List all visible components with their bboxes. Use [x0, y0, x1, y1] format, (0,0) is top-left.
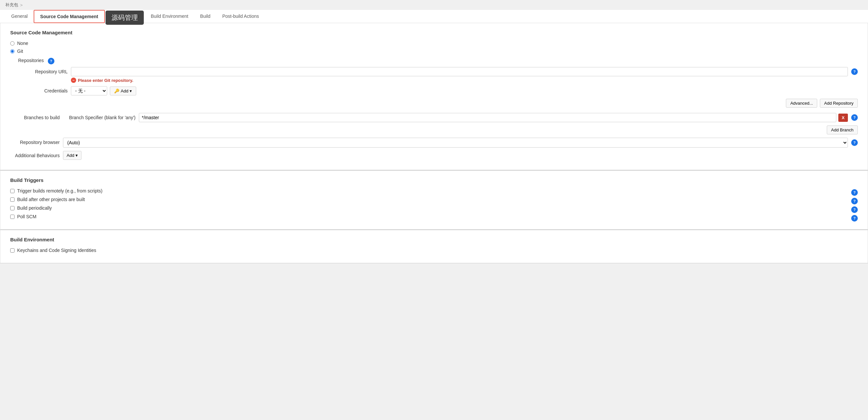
- repo-url-row: Repository URL ? − Please enter Git repo…: [18, 67, 858, 83]
- credentials-controls: - 无 - 🔑 Add ▾: [71, 86, 136, 95]
- add-branch-buttons: Add Branch: [63, 125, 858, 134]
- git-radio-input[interactable]: [10, 49, 14, 54]
- scm-section: Source Code Management None Git Reposito…: [0, 23, 868, 170]
- breadcrumb-text: 补充包: [5, 2, 18, 8]
- trigger-label-3: Poll SCM: [17, 214, 36, 219]
- trigger-checkbox-3[interactable]: [10, 215, 14, 219]
- build-environment-title: Build Environment: [10, 237, 858, 242]
- repo-url-input[interactable]: [71, 67, 848, 76]
- trigger-checkbox-1[interactable]: [10, 197, 14, 202]
- add-chevron-icon: ▾: [130, 88, 132, 93]
- radio-none[interactable]: None: [10, 40, 858, 46]
- trigger-item-2[interactable]: Build periodically: [10, 205, 52, 211]
- error-message: − Please enter Git repository.: [71, 78, 858, 83]
- repo-browser-row: Repository browser (Auto) ?: [10, 138, 858, 148]
- trigger-item-0[interactable]: Trigger builds remotely (e.g., from scri…: [10, 188, 102, 194]
- trigger-help-3[interactable]: ?: [851, 215, 858, 222]
- repositories-section: Repositories ? Repository URL ? − Please…: [18, 58, 858, 108]
- trigger-help-0[interactable]: ?: [851, 189, 858, 196]
- env-checkbox-0[interactable]: [10, 248, 14, 253]
- additional-behaviours-row: Additional Behaviours Add ▾: [10, 151, 858, 160]
- trigger-item-1[interactable]: Build after other projects are built: [10, 197, 85, 202]
- branches-section: Branches to build Branch Specifier (blan…: [10, 113, 858, 134]
- repo-action-buttons: Advanced... Add Repository: [18, 99, 858, 108]
- tab-post-build-actions[interactable]: Post-build Actions: [216, 10, 265, 23]
- tab-general[interactable]: General: [5, 10, 34, 23]
- branch-specifier-row: Branch Specifier (blank for 'any') X ?: [63, 113, 858, 122]
- trigger-row-1: Build after other projects are built ?: [10, 197, 858, 205]
- trigger-item-3[interactable]: Poll SCM: [10, 214, 36, 219]
- build-triggers-section: Build Triggers Trigger builds remotely (…: [0, 170, 868, 229]
- add-behaviour-button[interactable]: Add ▾: [63, 151, 82, 160]
- repositories-help-icon[interactable]: ?: [48, 58, 54, 64]
- add-branch-button[interactable]: Add Branch: [827, 125, 858, 134]
- trigger-label-1: Build after other projects are built: [17, 197, 85, 202]
- env-item-0[interactable]: Keychains and Code Signing Identities: [10, 248, 858, 253]
- trigger-checkbox-2[interactable]: [10, 206, 14, 210]
- breadcrumb-separator: >: [20, 3, 23, 8]
- additional-behaviours-label: Additional Behaviours: [10, 151, 60, 158]
- tab-build-environment[interactable]: Build Environment: [145, 10, 194, 23]
- repo-url-input-group: ? − Please enter Git repository.: [71, 67, 858, 83]
- trigger-row-2: Build periodically ?: [10, 205, 858, 214]
- tabs-bar: General Source Code Management Build Tri…: [0, 10, 868, 23]
- credentials-row: Credentials - 无 - 🔑 Add ▾: [18, 86, 858, 95]
- breadcrumb: 补充包 >: [0, 0, 868, 10]
- trigger-row-0: Trigger builds remotely (e.g., from scri…: [10, 188, 858, 197]
- error-text: Please enter Git repository.: [78, 78, 133, 83]
- add-behaviour-chevron: ▾: [75, 153, 78, 158]
- tab-build-triggers[interactable]: Build Triggers: [105, 10, 145, 23]
- branch-help-icon[interactable]: ?: [851, 114, 858, 121]
- tab-build[interactable]: Build: [194, 10, 216, 23]
- credentials-select[interactable]: - 无 -: [71, 86, 107, 95]
- delete-branch-button[interactable]: X: [838, 114, 848, 122]
- repo-browser-help-icon[interactable]: ?: [851, 139, 858, 146]
- trigger-checkbox-0[interactable]: [10, 189, 14, 193]
- key-icon: 🔑: [114, 88, 119, 93]
- credentials-label: Credentials: [18, 86, 68, 93]
- error-icon: −: [71, 78, 76, 83]
- git-radio-label: Git: [17, 49, 23, 54]
- repo-browser-label: Repository browser: [10, 138, 60, 145]
- trigger-label-0: Trigger builds remotely (e.g., from scri…: [17, 188, 102, 194]
- repo-url-help-icon[interactable]: ?: [851, 68, 858, 75]
- add-behaviour-label: Add: [67, 153, 74, 158]
- radio-git[interactable]: Git: [10, 49, 858, 54]
- trigger-label-2: Build periodically: [17, 205, 52, 211]
- repo-browser-select[interactable]: (Auto): [63, 138, 848, 148]
- none-radio-label: None: [17, 40, 28, 46]
- advanced-button[interactable]: Advanced...: [786, 99, 817, 108]
- main-content: Source Code Management None Git Reposito…: [0, 23, 868, 263]
- credentials-add-button[interactable]: 🔑 Add ▾: [110, 86, 136, 95]
- build-environment-section: Build Environment Keychains and Code Sig…: [0, 229, 868, 263]
- branches-content: Branch Specifier (blank for 'any') X ? A…: [63, 113, 858, 134]
- none-radio-input[interactable]: [10, 41, 14, 46]
- scm-section-title: Source Code Management: [10, 30, 858, 35]
- trigger-help-1[interactable]: ?: [851, 198, 858, 204]
- add-repository-button[interactable]: Add Repository: [820, 99, 858, 108]
- trigger-help-2[interactable]: ?: [851, 206, 858, 213]
- repositories-label: Repositories: [18, 58, 44, 63]
- repo-url-label: Repository URL: [18, 67, 68, 74]
- build-triggers-title: Build Triggers: [10, 177, 858, 183]
- branch-specifier-input[interactable]: [139, 113, 836, 122]
- add-button-label: Add: [121, 88, 128, 93]
- env-label-0: Keychains and Code Signing Identities: [17, 248, 96, 253]
- trigger-row-3: Poll SCM ?: [10, 214, 858, 223]
- tab-source-code-management[interactable]: Source Code Management: [34, 10, 105, 23]
- branches-label: Branches to build: [10, 113, 60, 120]
- branch-specifier-label: Branch Specifier (blank for 'any'): [63, 113, 135, 120]
- additional-behaviours-controls: Add ▾: [63, 151, 82, 160]
